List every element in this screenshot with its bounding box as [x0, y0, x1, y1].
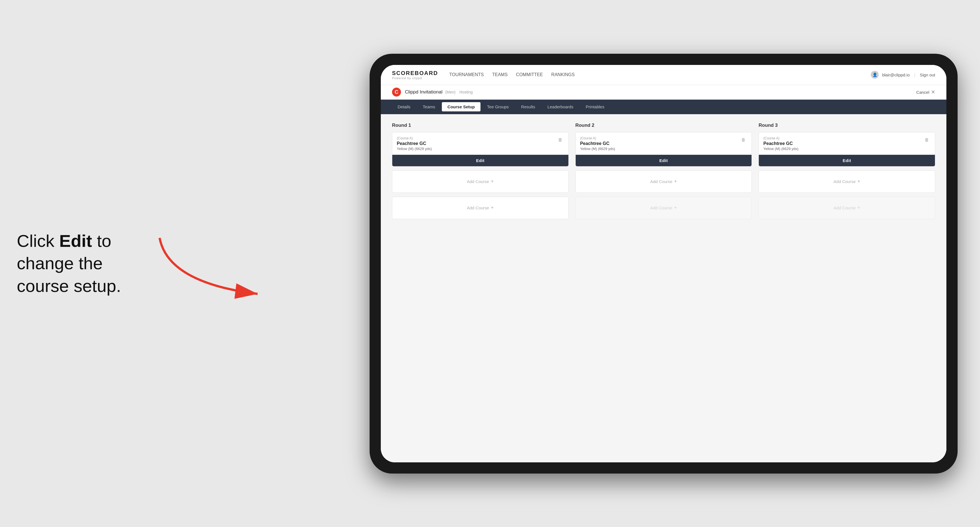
add-course-label-r1-2: Add Course [467, 179, 489, 184]
add-course-label-r3-2: Add Course [834, 179, 856, 184]
course-label-r2-1: (Course A) [580, 136, 615, 140]
edit-button-r2-1[interactable]: Edit [576, 155, 752, 166]
course-label-r1-1: (Course A) [397, 136, 432, 140]
course-label-r3-1: (Course A) [763, 136, 798, 140]
brand-title: SCOREBOARD [392, 70, 438, 76]
tournament-bar: C Clippd Invitational (Men) Hosting Canc… [381, 85, 947, 100]
course-card-r3-1-header: (Course A) Peachtree GC Yellow (M) (6629… [759, 132, 935, 155]
tab-bar: Details Teams Course Setup Tee Groups Re… [381, 100, 947, 114]
tab-printables[interactable]: Printables [580, 102, 610, 111]
tab-details[interactable]: Details [392, 102, 416, 111]
plus-icon-r2-3: + [674, 205, 677, 211]
nav-rankings[interactable]: RANKINGS [551, 71, 575, 78]
add-course-r1-3[interactable]: Add Course + [392, 197, 569, 219]
add-course-label-r3-3: Add Course [834, 205, 856, 210]
tablet-screen: SCOREBOARD Powered by clippd TOURNAMENTS… [381, 65, 947, 462]
rounds-container: Round 1 (Course A) Peachtree GC Yellow (… [392, 122, 935, 223]
tab-course-setup[interactable]: Course Setup [442, 102, 480, 111]
instruction-block: Click Edit tochange thecourse setup. [17, 230, 179, 297]
brand-logo: SCOREBOARD Powered by clippd [392, 70, 438, 80]
add-course-label-r2-3: Add Course [650, 205, 672, 210]
sign-out-link[interactable]: Sign out [920, 73, 935, 77]
nav-committee[interactable]: COMMITTEE [516, 71, 543, 78]
delete-course-r2-1[interactable]: 🗑 [740, 136, 747, 144]
cancel-label: Cancel [916, 90, 929, 95]
tab-teams[interactable]: Teams [417, 102, 441, 111]
add-course-label-r2-2: Add Course [650, 179, 672, 184]
course-details-r1-1: Yellow (M) (6629 yds) [397, 147, 432, 151]
course-name-r2-1: Peachtree GC [580, 141, 615, 146]
add-course-r2-2[interactable]: Add Course + [575, 170, 752, 193]
course-name-r1-1: Peachtree GC [397, 141, 432, 146]
add-course-r3-3: Add Course + [759, 197, 935, 219]
tablet-shell: SCOREBOARD Powered by clippd TOURNAMENTS… [370, 54, 958, 473]
cancel-button[interactable]: Cancel ✕ [916, 89, 935, 95]
round-2-title: Round 2 [575, 122, 752, 128]
nav-teams[interactable]: TEAMS [492, 71, 508, 78]
top-nav: SCOREBOARD Powered by clippd TOURNAMENTS… [381, 65, 947, 85]
course-details-r2-1: Yellow (M) (6629 yds) [580, 147, 615, 151]
user-email: blair@clippd.io [882, 73, 910, 77]
delete-course-r3-1[interactable]: 🗑 [923, 136, 931, 144]
add-course-r3-2[interactable]: Add Course + [759, 170, 935, 193]
round-3-title: Round 3 [759, 122, 935, 128]
tab-tee-groups[interactable]: Tee Groups [482, 102, 515, 111]
nav-user-area: 👤 blair@clippd.io | Sign out [871, 71, 935, 79]
course-card-r2-1: (Course A) Peachtree GC Yellow (M) (6629… [575, 132, 752, 167]
round-1-column: Round 1 (Course A) Peachtree GC Yellow (… [392, 122, 569, 223]
course-name-r3-1: Peachtree GC [763, 141, 798, 146]
course-card-r3-1: (Course A) Peachtree GC Yellow (M) (6629… [759, 132, 935, 167]
delete-course-r1-1[interactable]: 🗑 [557, 136, 564, 144]
course-info-r1-1: (Course A) Peachtree GC Yellow (M) (6629… [397, 136, 432, 155]
tab-results[interactable]: Results [515, 102, 541, 111]
course-info-r3-1: (Course A) Peachtree GC Yellow (M) (6629… [763, 136, 798, 155]
round-3-column: Round 3 (Course A) Peachtree GC Yellow (… [759, 122, 935, 223]
main-content: Round 1 (Course A) Peachtree GC Yellow (… [381, 114, 947, 462]
round-2-column: Round 2 (Course A) Peachtree GC Yellow (… [575, 122, 752, 223]
tab-leaderboards[interactable]: Leaderboards [542, 102, 579, 111]
tournament-hosting: Hosting [460, 90, 473, 94]
edit-button-r1-1[interactable]: Edit [392, 155, 568, 166]
plus-icon-r1-2: + [491, 179, 494, 184]
plus-icon-r1-3: + [491, 205, 494, 211]
plus-icon-r3-2: + [858, 179, 861, 184]
course-card-r2-1-header: (Course A) Peachtree GC Yellow (M) (6629… [576, 132, 752, 155]
course-details-r3-1: Yellow (M) (6629 yds) [763, 147, 798, 151]
nav-links: TOURNAMENTS TEAMS COMMITTEE RANKINGS [449, 71, 871, 78]
edit-button-r3-1[interactable]: Edit [759, 155, 935, 166]
cancel-x-icon: ✕ [931, 89, 935, 95]
nav-tournaments[interactable]: TOURNAMENTS [449, 71, 484, 78]
tournament-name: Clippd Invitational [405, 89, 442, 95]
add-course-r2-3: Add Course + [575, 197, 752, 219]
tournament-logo: C [392, 87, 401, 97]
brand-subtitle: Powered by clippd [392, 76, 438, 80]
course-card-r1-1-header: (Course A) Peachtree GC Yellow (M) (6629… [392, 132, 568, 155]
add-course-label-r1-3: Add Course [467, 205, 489, 210]
add-course-r1-2[interactable]: Add Course + [392, 170, 569, 193]
instruction-prefix: Click [17, 231, 59, 251]
round-1-title: Round 1 [392, 122, 569, 128]
course-info-r2-1: (Course A) Peachtree GC Yellow (M) (6629… [580, 136, 615, 155]
tournament-gender: (Men) [445, 90, 455, 94]
instruction-bold: Edit [59, 231, 92, 251]
plus-icon-r3-3: + [858, 205, 861, 211]
course-card-r1-1: (Course A) Peachtree GC Yellow (M) (6629… [392, 132, 569, 167]
plus-icon-r2-2: + [674, 179, 677, 184]
user-avatar: 👤 [871, 71, 879, 79]
